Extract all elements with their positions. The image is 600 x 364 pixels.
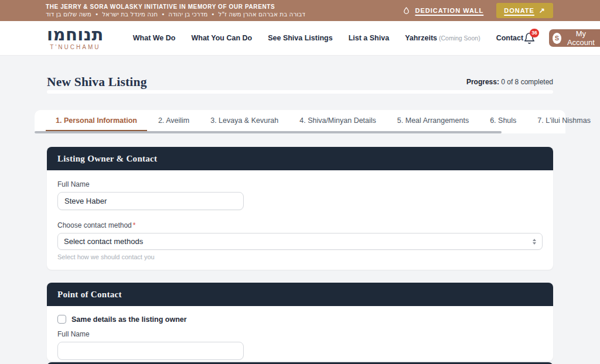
card-title: Point of Contact [57,290,122,300]
tab-shuls[interactable]: 6. Shuls [480,110,526,131]
nav-item-what-we-do[interactable]: What We Do [133,34,176,42]
coming-soon-tag: (Coming Soon) [439,35,480,42]
point-of-contact-card: Point of Contact Same details as the lis… [47,283,553,361]
progress-text: Progress: 0 of 8 completed [466,78,553,86]
card-header: Point of Contact [47,283,553,306]
card-body: Same details as the listing owner Full N… [47,306,553,361]
contact-method-select[interactable]: Select contact methods [57,233,543,250]
yahrzeits-label: Yahrzeits [405,34,437,42]
page-header-row: New Shiva Listing Progress: 0 of 8 compl… [47,75,553,89]
same-details-row: Same details as the listing owner [57,315,543,324]
memorial-name: חנה מינדל בת ישראל [102,11,158,18]
full-name-label: Full Name [57,180,543,188]
tab-personal-information[interactable]: 1. Personal Information [46,110,147,131]
main-navbar: תנוחמו T'NUCHAMU What We Do What You Can… [0,21,600,56]
contact-method-label-text: Choose contact method [57,221,132,229]
nav-item-see-shiva-listings[interactable]: See Shiva Listings [268,34,332,42]
card-body: Full Name Choose contact method* Select … [47,170,553,270]
listing-owner-contact-card: Listing Owner & Contact Full Name Choose… [47,147,553,270]
banner-hebrew-names: משה שלום בן דוד • חנה מינדל בת ישראל • מ… [46,11,305,18]
nav-item-list-a-shiva[interactable]: List a Shiva [349,34,389,42]
contact-method-helper-text: Select how we should contact you [57,253,543,260]
bullet-separator: • [161,11,165,18]
memorial-name: דבורה בת אברהם אהרן משה ז"ל [219,11,305,18]
page-title: New Shiva Listing [47,75,147,90]
nav-item-contact[interactable]: Contact [496,34,524,42]
contact-method-selected-value: Select contact methods [64,237,143,246]
flame-icon [402,6,411,15]
tab-aveilim[interactable]: 2. Aveilim [148,110,199,131]
poc-full-name-input[interactable] [57,342,244,360]
dedication-wall-link[interactable]: DEDICATION WALL [402,6,483,15]
notifications-button[interactable]: 36 [523,32,536,44]
memorial-name: משה שלום בן דוד [46,11,91,18]
top-banner: THE JERRY & SORA WOLASKY INITIATIVE IN M… [0,0,600,21]
full-name-label: Full Name [57,330,543,338]
my-account-button[interactable]: S My Account [549,29,600,47]
same-details-label[interactable]: Same details as the listing owner [71,315,187,324]
tabs-scrollbar-track [35,131,565,133]
progress-label: Progress: [466,78,499,86]
progress-bar [47,90,553,94]
required-asterisk: * [133,221,136,229]
nav-right: 36 S My Account [523,29,600,47]
banner-actions: DEDICATION WALL DONATE ↗ [402,3,553,18]
logo-hebrew-wordmark: תנוחמו [47,26,104,43]
tab-lilui-nishmas[interactable]: 7. L'ilui Nishmas [527,110,600,131]
main-content: New Shiva Listing Progress: 0 of 8 compl… [0,75,600,364]
tabs-scrollbar-thumb[interactable] [35,131,502,133]
contact-method-label: Choose contact method* [57,221,543,229]
card-title: Listing Owner & Contact [57,154,157,164]
banner-memorial-text: THE JERRY & SORA WOLASKY INITIATIVE IN M… [46,4,305,18]
avatar: S [553,33,561,44]
nav-item-what-you-can-do[interactable]: What You Can Do [191,34,252,42]
bullet-separator: • [95,11,98,18]
logo[interactable]: תנוחמו T'NUCHAMU [47,26,104,50]
tabs-row: 1. Personal Information 2. Aveilim 3. Le… [35,110,565,131]
nav-item-yahrzeits[interactable]: Yahrzeits(Coming Soon) [405,34,480,42]
tab-shiva-minyan-details[interactable]: 4. Shiva/Minyan Details [289,110,386,131]
nav-links: What We Do What You Can Do See Shiva Lis… [133,34,523,42]
full-name-input[interactable] [57,192,244,210]
external-arrow-icon: ↗ [539,6,546,15]
select-updown-icon [533,239,536,245]
card-header: Listing Owner & Contact [47,147,553,170]
same-details-checkbox[interactable] [57,315,66,324]
donate-button[interactable]: DONATE ↗ [496,3,553,18]
notification-badge: 36 [530,29,538,37]
bullet-separator: • [211,11,214,18]
tab-levaya-kevurah[interactable]: 3. Levaya & Kevurah [200,110,288,131]
banner-initiative-title: THE JERRY & SORA WOLASKY INITIATIVE IN M… [46,4,305,10]
tab-meal-arrangements[interactable]: 5. Meal Arrangements [387,110,479,131]
my-account-label: My Account [566,29,596,47]
dedication-wall-label: DEDICATION WALL [415,7,483,14]
logo-latin-wordmark: T'NUCHAMU [50,44,100,50]
donate-label: DONATE [504,7,534,14]
form-section-tabs: 1. Personal Information 2. Aveilim 3. Le… [35,110,565,133]
progress-value: 0 of 8 completed [499,78,553,86]
memorial-name: מדרכי בן יהודה [168,11,207,18]
